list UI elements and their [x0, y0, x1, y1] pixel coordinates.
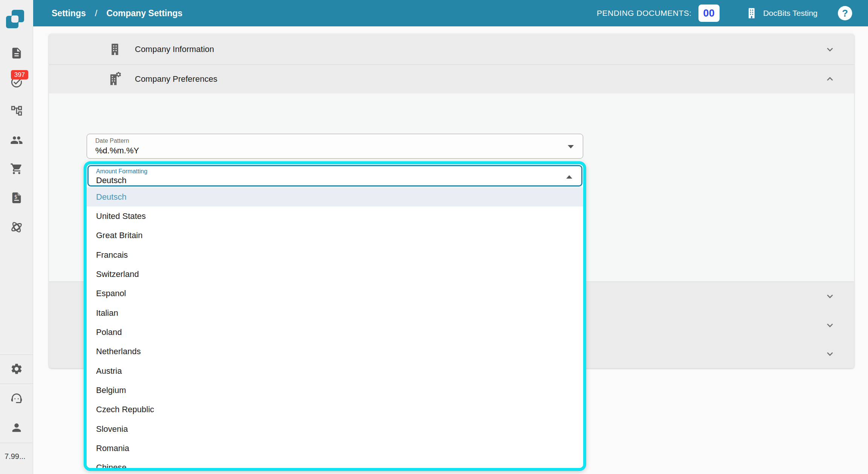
building-icon [108, 42, 122, 57]
breadcrumb-settings[interactable]: Settings [52, 8, 86, 18]
dropdown-option[interactable]: Romania [87, 439, 583, 458]
dropdown-option[interactable]: Italian [87, 303, 583, 323]
svg-text:$: $ [14, 194, 18, 200]
dropdown-option[interactable]: Slovenia [87, 419, 583, 439]
dropdown-option[interactable]: Netherlands [87, 342, 583, 361]
chevron-down-icon [824, 44, 836, 55]
dropdown-arrow-icon [568, 145, 574, 148]
section-company-information[interactable]: Company Information [49, 34, 854, 65]
dropdown-option[interactable]: Czech Republic [87, 400, 583, 419]
amount-formatting-value: Deutsch [96, 176, 127, 185]
support-headset-icon[interactable] [10, 392, 23, 405]
app-logo[interactable] [0, 0, 33, 26]
chevron-down-icon [824, 291, 836, 302]
orbit-globe-icon[interactable] [10, 221, 23, 234]
validation-count-badge: 397 [11, 70, 28, 80]
pending-documents-label: PENDING DOCUMENTS: [597, 9, 692, 18]
highlight-ring: Amount Formatting Deutsch DeutschUnited … [84, 161, 586, 471]
date-pattern-label: Date Pattern [95, 138, 129, 144]
breadcrumb-separator: / [95, 8, 98, 18]
help-button[interactable]: ? [838, 6, 852, 20]
invoice-dollar-icon[interactable]: $ [10, 191, 23, 204]
dropdown-option[interactable]: Chinese [87, 458, 583, 471]
organization-building-icon [745, 7, 758, 20]
dropdown-option[interactable]: Great Britain [87, 226, 583, 245]
pending-documents-count: 00 [698, 5, 720, 22]
section-company-preferences[interactable]: Company Preferences [49, 65, 854, 93]
section-label: Company Preferences [135, 74, 217, 84]
breadcrumb: Settings / Company Settings [52, 0, 182, 26]
building-gear-icon [108, 72, 122, 86]
breadcrumb-current-page: Company Settings [106, 8, 182, 18]
amount-formatting-label: Amount Formatting [96, 168, 147, 175]
chevron-down-icon [824, 320, 836, 331]
workflow-tree-icon[interactable] [10, 104, 23, 117]
question-mark-icon: ? [842, 8, 848, 19]
dropdown-option[interactable]: Espanol [87, 284, 583, 303]
tenant-name[interactable]: DocBits Testing [763, 9, 818, 18]
user-profile-icon[interactable] [10, 421, 23, 434]
dropdown-option[interactable]: Austria [87, 361, 583, 381]
dropdown-options: DeutschUnited StatesGreat BritainFrancai… [87, 187, 583, 468]
dropdown-option[interactable]: Poland [87, 323, 583, 342]
sidebar-divider [0, 355, 33, 355]
dropdown-option[interactable]: United States [87, 206, 583, 226]
chevron-up-icon [824, 73, 836, 85]
sidebar-divider [0, 443, 33, 443]
dropdown-arrow-up-icon [566, 175, 572, 179]
dropdown-option[interactable]: Switzerland [87, 265, 583, 284]
chevron-down-icon [824, 348, 836, 359]
sidebar-nav: 397 $ 7.99... [0, 26, 33, 474]
amount-formatting-select[interactable]: Amount Formatting Deutsch [87, 165, 582, 187]
shopping-cart-icon[interactable] [10, 162, 23, 175]
top-bar: Settings / Company Settings PENDING DOCU… [0, 0, 868, 26]
sidebar-footer-text: 7.99... [5, 452, 26, 461]
date-pattern-select[interactable]: Date Pattern %d.%m.%Y [87, 134, 583, 159]
date-pattern-value: %d.%m.%Y [95, 146, 139, 156]
dropdown-option[interactable]: Deutsch [87, 187, 583, 206]
dropdown-option[interactable]: Belgium [87, 381, 583, 400]
section-label: Company Information [135, 44, 214, 54]
documents-icon[interactable] [10, 47, 23, 60]
settings-gear-icon[interactable] [10, 362, 23, 375]
sidebar-divider [0, 384, 33, 384]
users-icon[interactable] [10, 134, 23, 147]
dropdown-option[interactable]: Francais [87, 245, 583, 265]
